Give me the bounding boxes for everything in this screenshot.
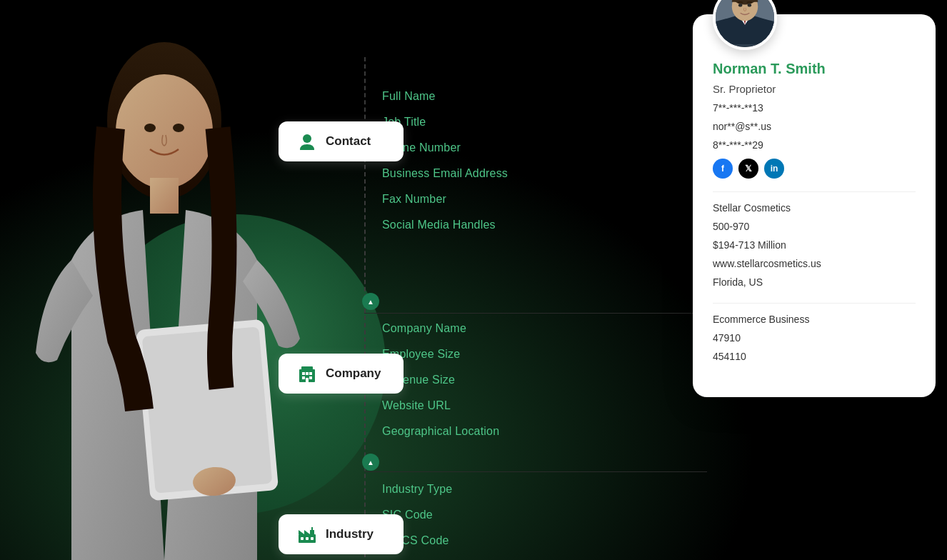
separator-1 <box>364 313 707 314</box>
profile-name-section: Norman T. Smith Sr. Proprietor 7**-***-*… <box>713 61 916 179</box>
industry-label: Industry <box>326 527 374 541</box>
svg-point-1 <box>116 74 213 189</box>
linkedin-icon[interactable]: in <box>764 159 784 179</box>
avatar-person-image <box>716 0 774 47</box>
profile-email: nor**@s**.us <box>713 119 916 134</box>
avatar <box>713 0 777 50</box>
profile-revenue: $194-713 Million <box>713 238 916 253</box>
svg-rect-13 <box>306 372 309 375</box>
profile-location: Florida, US <box>713 275 916 290</box>
svg-rect-15 <box>309 376 312 379</box>
company-label: Company <box>326 366 381 381</box>
profile-company-section: Stellar Cosmetics 500-970 $194-713 Milli… <box>713 201 916 290</box>
person-icon <box>296 130 319 153</box>
profile-fax: 8**-***-**29 <box>713 138 916 153</box>
svg-rect-19 <box>301 537 304 540</box>
svg-rect-21 <box>311 537 314 540</box>
middle-section: Contact Full Name Job Title Phone Number… <box>279 57 707 557</box>
contact-category-button[interactable]: Contact <box>279 121 404 161</box>
profile-company-name: Stellar Cosmetics <box>713 201 916 216</box>
field-website-url: Website URL <box>382 395 499 416</box>
field-social-media: Social Media Handles <box>382 214 508 236</box>
svg-rect-10 <box>301 366 313 371</box>
profile-employee-size: 500-970 <box>713 219 916 234</box>
arrow-connector-2 <box>362 454 379 471</box>
contact-label: Contact <box>326 134 371 149</box>
field-company-name: Company Name <box>382 318 499 339</box>
avatar-wrap <box>713 0 916 50</box>
field-geo-location: Geographical Location <box>382 421 499 442</box>
svg-point-7 <box>173 124 184 132</box>
factory-icon <box>296 523 319 546</box>
svg-rect-11 <box>302 372 305 375</box>
svg-rect-2 <box>150 178 179 214</box>
profile-card: Norman T. Smith Sr. Proprietor 7**-***-*… <box>693 14 936 397</box>
svg-point-28 <box>748 4 751 7</box>
svg-point-8 <box>303 134 311 143</box>
svg-rect-12 <box>309 372 312 375</box>
industry-category-button[interactable]: Industry <box>279 514 404 554</box>
svg-rect-14 <box>302 376 305 379</box>
svg-rect-20 <box>306 537 309 540</box>
arrow-connector-1 <box>362 293 379 310</box>
separator-2 <box>364 471 707 472</box>
svg-rect-16 <box>306 378 309 382</box>
profile-naics-code: 454110 <box>713 349 916 364</box>
contact-fields-list: Full Name Job Title Phone Number Busines… <box>382 86 508 236</box>
profile-sic-code: 47910 <box>713 331 916 346</box>
field-full-name: Full Name <box>382 86 508 107</box>
svg-rect-22 <box>311 527 313 531</box>
company-category-button[interactable]: Company <box>279 354 404 394</box>
profile-name: Norman T. Smith <box>713 61 916 77</box>
profile-title: Sr. Proprietor <box>713 81 916 98</box>
field-industry-type: Industry Type <box>382 479 452 500</box>
field-business-email: Business Email Address <box>382 163 508 184</box>
divider-1 <box>713 191 916 192</box>
profile-industry-section: Ecommerce Business 47910 454110 <box>713 312 916 364</box>
svg-point-6 <box>144 124 156 132</box>
profile-website: www.stellarcosmetics.us <box>713 256 916 271</box>
svg-point-27 <box>738 4 742 7</box>
profile-industry-type: Ecommerce Business <box>713 312 916 327</box>
field-fax-number: Fax Number <box>382 189 508 210</box>
social-icons-row: f 𝕏 in <box>713 159 916 179</box>
facebook-icon[interactable]: f <box>713 159 733 179</box>
divider-2 <box>713 303 916 304</box>
profile-phone: 7**-***-**13 <box>713 101 916 116</box>
building-icon <box>296 362 319 385</box>
twitter-icon[interactable]: 𝕏 <box>738 159 758 179</box>
